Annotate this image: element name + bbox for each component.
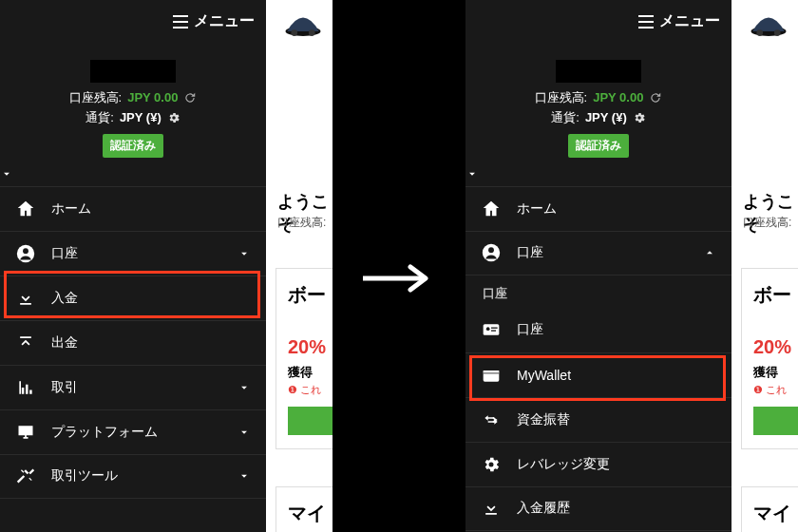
gear-icon[interactable] <box>633 111 646 124</box>
bg-my: マイ <box>288 501 332 526</box>
nav-platform[interactable]: プラットフォーム <box>0 409 266 454</box>
collapse-toggle[interactable] <box>0 167 266 180</box>
content-bg-right: ようこそ 口座残高: ボー 20% 獲得 ❶ これ マイ <box>732 0 798 532</box>
logo-placeholder <box>556 60 641 83</box>
hamburger-icon <box>638 15 654 28</box>
nav-home[interactable]: ホーム <box>466 186 732 231</box>
nav-deposit[interactable]: 入金 <box>0 276 266 320</box>
nav-withdraw[interactable]: 出金 <box>0 320 266 365</box>
person-icon <box>15 243 36 264</box>
account-summary: 口座残高: JPY 0.00 通貨: JPY (¥) 認証済み <box>0 88 266 158</box>
chevron-up-icon <box>703 246 716 259</box>
home-icon <box>15 199 36 219</box>
hamburger-icon <box>173 15 188 28</box>
car-image-right <box>749 13 788 38</box>
bonus-gain: 獲得 <box>288 364 332 381</box>
refresh-icon[interactable] <box>649 91 662 104</box>
svg-point-16 <box>774 29 781 36</box>
sub-wallet[interactable]: MyWallet <box>466 352 732 397</box>
bonus-title: ボー <box>288 282 332 308</box>
gear-icon[interactable] <box>167 111 180 124</box>
nav-account-expanded[interactable]: 口座 <box>466 231 732 276</box>
download-icon <box>15 288 36 309</box>
svg-point-3 <box>488 248 494 254</box>
nav-home[interactable]: ホーム <box>0 186 266 231</box>
arrow-icon <box>361 264 437 293</box>
bonus-card: ボー 20% 獲得 ❶ これ <box>276 268 332 449</box>
svg-rect-10 <box>484 370 500 373</box>
chart-icon <box>15 377 36 398</box>
submenu-header: 口座 <box>466 276 732 308</box>
home-icon <box>481 199 502 219</box>
drawer-expanded: メニュー 口座残高: JPY 0.00 通貨: JPY (¥) 認証済み ホーム… <box>466 0 732 532</box>
chevron-down-icon <box>466 167 479 180</box>
drawer-collapsed: メニュー 口座残高: JPY 0.00 通貨: JPY (¥) 認証済み ホーム… <box>0 0 266 532</box>
sub-leverage[interactable]: レバレッジ変更 <box>466 442 732 486</box>
svg-point-15 <box>756 29 763 36</box>
svg-point-13 <box>309 29 315 36</box>
collapse-toggle[interactable] <box>466 167 732 180</box>
menu-label: メニュー <box>194 11 255 31</box>
nav-account[interactable]: 口座 <box>0 231 266 276</box>
bonus-button[interactable] <box>288 407 332 435</box>
sub-account[interactable]: 口座 <box>466 308 732 352</box>
verified-badge: 認証済み <box>568 134 629 158</box>
download-icon <box>481 498 502 519</box>
chevron-down-icon <box>238 247 251 260</box>
transfer-icon <box>481 409 502 430</box>
wallet-icon <box>481 365 502 386</box>
content-bg-left: ようこそ 口座残高: ボー 20% 獲得 ❶ これ マイ <box>266 0 332 532</box>
refresh-icon[interactable] <box>183 91 197 104</box>
car-image-left <box>283 13 323 38</box>
nav-trade[interactable]: 取引 <box>0 365 266 409</box>
monitor-icon <box>15 422 36 443</box>
bg-balance-label: 口座残高: <box>277 215 326 231</box>
verified-badge: 認証済み <box>103 134 163 158</box>
sub-transfer[interactable]: 資金振替 <box>466 397 732 442</box>
chevron-down-icon <box>0 167 13 180</box>
svg-point-1 <box>23 248 28 254</box>
svg-rect-7 <box>491 331 496 332</box>
balance-value: JPY 0.00 <box>127 88 178 108</box>
person-icon <box>481 242 502 263</box>
logo-placeholder <box>90 60 176 83</box>
nav-menu: ホーム 口座 <box>466 186 732 276</box>
nav-tools[interactable]: 取引ツール <box>0 454 266 499</box>
svg-rect-4 <box>484 324 500 335</box>
chevron-down-icon <box>238 426 251 439</box>
menu-toggle[interactable]: メニュー <box>0 0 266 43</box>
upload-icon <box>15 332 36 353</box>
menu-toggle[interactable]: メニュー <box>466 0 732 43</box>
chevron-down-icon <box>238 381 251 394</box>
gear-icon <box>481 454 502 475</box>
currency-value: JPY (¥) <box>120 108 162 128</box>
id-card-icon <box>481 319 502 340</box>
my-card: マイ <box>276 486 332 532</box>
svg-point-5 <box>486 328 490 332</box>
nav-menu: ホーム 口座 入金 出金 取引 プラットフォーム <box>0 186 266 499</box>
tools-icon <box>15 466 36 486</box>
account-summary: 口座残高: JPY 0.00 通貨: JPY (¥) 認証済み <box>466 88 732 158</box>
bonus-percent: 20% <box>288 336 332 358</box>
bonus-note: これ <box>300 384 321 395</box>
svg-point-12 <box>291 29 297 36</box>
chevron-down-icon <box>238 469 251 483</box>
sub-deposit-history[interactable]: 入金履歴 <box>466 486 732 531</box>
submenu: 口座 MyWallet 資金振替 レバレッジ変更 入金履歴 <box>466 308 732 531</box>
svg-rect-6 <box>491 328 498 329</box>
